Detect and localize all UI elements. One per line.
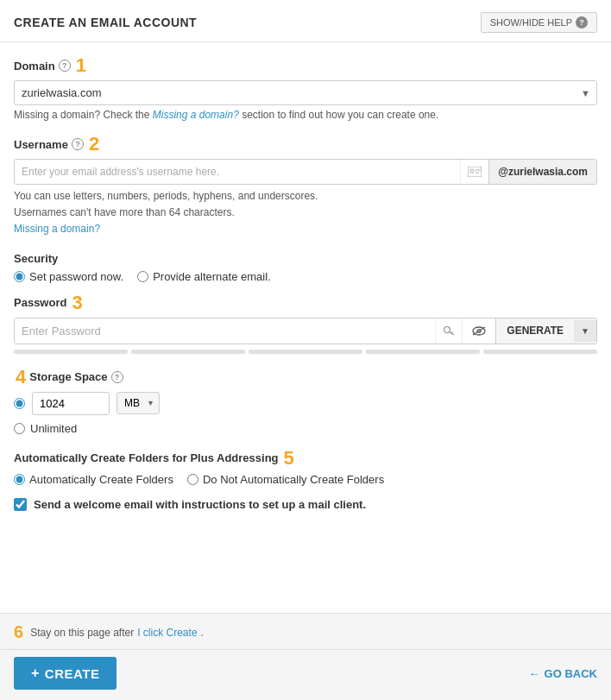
password-section: Password 3 [14, 293, 597, 354]
password-label: Password [14, 296, 66, 309]
contact-card-icon [460, 160, 488, 184]
unlimited-radio[interactable] [14, 423, 25, 434]
plus-label: Automatically Create Folders for Plus Ad… [14, 451, 279, 464]
username-step-number: 2 [89, 135, 99, 154]
username-label-row: Username ? 2 [14, 135, 597, 154]
username-hints: You can use letters, numbers, periods, h… [14, 188, 597, 238]
missing-domain-link-2[interactable]: Missing a domain? [14, 223, 100, 235]
username-section: Username ? 2 @zurielwasia.com You can u [14, 135, 597, 238]
help-circle-icon: ? [576, 16, 588, 28]
page-header: CREATE AN EMAIL ACCOUNT SHOW/HIDE HELP ? [0, 0, 611, 42]
domain-help-icon[interactable]: ? [59, 60, 71, 72]
missing-domain-link-1[interactable]: Missing a domain? [153, 109, 239, 121]
plus-addressing-section: Automatically Create Folders for Plus Ad… [14, 449, 597, 486]
svg-line-6 [451, 332, 453, 334]
generate-btn-wrapper: GENERATE ▼ [495, 318, 596, 344]
plus-label-row: Automatically Create Folders for Plus Ad… [14, 449, 597, 468]
go-back-arrow-icon: ← [529, 667, 540, 680]
footer-stay-row: 6 Stay on this page after I click Create… [0, 613, 611, 649]
plus-step-number: 5 [284, 449, 294, 468]
alternate-email-radio[interactable] [137, 271, 148, 282]
username-input[interactable] [15, 160, 460, 184]
domain-select-wrapper: zurielwasia.com ▼ [14, 80, 597, 105]
security-label: Security [14, 252, 597, 265]
storage-section: 4 Storage Space ? MB GB ▼ U [14, 368, 597, 435]
create-button[interactable]: + CREATE [14, 657, 117, 690]
no-auto-create-option[interactable]: Do Not Automatically Create Folders [187, 473, 384, 486]
domain-step-number: 1 [76, 56, 86, 75]
generate-dropdown-arrow[interactable]: ▼ [574, 320, 596, 342]
svg-point-4 [444, 327, 450, 333]
domain-hint: Missing a domain? Check the Missing a do… [14, 109, 597, 121]
username-input-wrapper: @zurielwasia.com [14, 159, 597, 185]
page-wrapper: CREATE AN EMAIL ACCOUNT SHOW/HIDE HELP ?… [0, 0, 611, 700]
security-radio-group: Set password now. Provide alternate emai… [14, 270, 597, 283]
username-help-icon[interactable]: ? [72, 138, 84, 150]
page-title: CREATE AN EMAIL ACCOUNT [14, 16, 197, 29]
domain-label: Domain [14, 60, 55, 73]
footer-step-number: 6 [14, 622, 23, 642]
main-content: Domain ? 1 zurielwasia.com ▼ Missing a d… [0, 42, 611, 613]
svg-rect-0 [468, 167, 482, 177]
plus-radio-group: Automatically Create Folders Do Not Auto… [14, 473, 597, 486]
storage-specific-option[interactable] [14, 398, 25, 409]
password-strength-bars [14, 350, 597, 354]
strength-bar-1 [14, 350, 128, 354]
go-back-button[interactable]: ← GO BACK [529, 667, 597, 680]
strength-bar-5 [483, 350, 597, 354]
generate-button[interactable]: GENERATE [496, 318, 574, 343]
auto-create-folders-option[interactable]: Automatically Create Folders [14, 473, 173, 486]
no-auto-create-radio[interactable] [187, 474, 198, 485]
security-section: Security Set password now. Provide alter… [14, 252, 597, 283]
strength-bar-4 [366, 350, 480, 354]
create-plus-icon: + [31, 665, 40, 681]
storage-help-icon[interactable]: ? [111, 371, 123, 383]
storage-unit-select[interactable]: MB GB [117, 392, 160, 414]
svg-point-1 [470, 169, 474, 173]
welcome-email-section: Send a welcome email with instructions t… [14, 498, 597, 511]
set-password-radio[interactable] [14, 271, 25, 282]
stay-on-page-link[interactable]: I click Create [137, 627, 197, 639]
password-step-number: 3 [72, 293, 82, 312]
storage-label: Storage Space [29, 370, 107, 383]
storage-input-row: MB GB ▼ [14, 392, 597, 415]
password-key-icon[interactable] [435, 318, 462, 344]
unlimited-option[interactable]: Unlimited [14, 422, 597, 435]
domain-section: Domain ? 1 zurielwasia.com ▼ Missing a d… [14, 56, 597, 121]
alternate-email-option[interactable]: Provide alternate email. [137, 270, 271, 283]
set-password-option[interactable]: Set password now. [14, 270, 123, 283]
domain-select[interactable]: zurielwasia.com [14, 80, 597, 105]
footer-actions: + CREATE ← GO BACK [0, 649, 611, 700]
storage-number-input[interactable] [32, 392, 110, 415]
auto-create-radio[interactable] [14, 474, 25, 485]
password-visibility-icon[interactable] [462, 318, 495, 344]
password-input[interactable] [15, 318, 435, 344]
username-label: Username [14, 138, 68, 151]
strength-bar-2 [131, 350, 245, 354]
password-label-row: Password 3 [14, 293, 597, 312]
welcome-email-checkbox[interactable] [14, 498, 27, 511]
strength-bar-3 [249, 350, 362, 354]
welcome-email-option[interactable]: Send a welcome email with instructions t… [14, 498, 597, 511]
show-hide-help-button[interactable]: SHOW/HIDE HELP ? [481, 12, 597, 33]
storage-unit-wrapper: MB GB ▼ [117, 392, 160, 414]
storage-step-number: 4 [16, 368, 26, 387]
storage-specific-radio[interactable] [14, 398, 25, 409]
domain-label-row: Domain ? 1 [14, 56, 597, 75]
storage-label-row: 4 Storage Space ? [14, 368, 597, 387]
username-domain-suffix: @zurielwasia.com [488, 160, 596, 184]
password-input-wrapper: GENERATE ▼ [14, 318, 597, 344]
